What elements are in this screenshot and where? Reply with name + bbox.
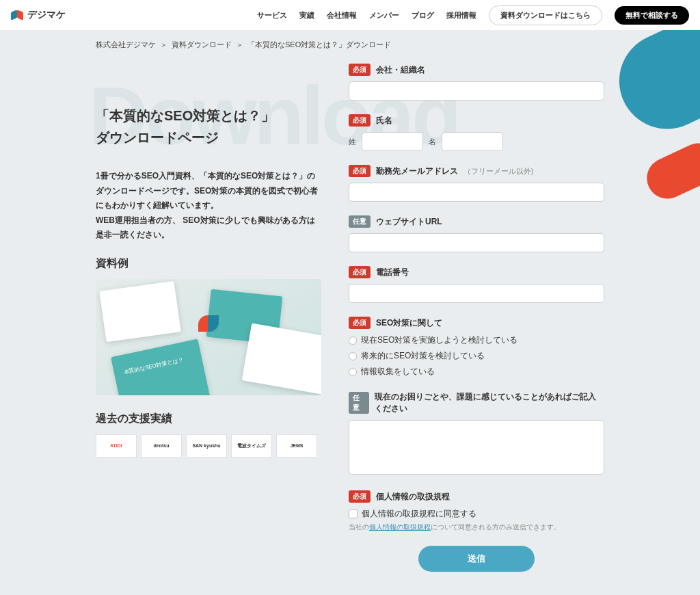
brand-logo[interactable]: デジマケ (11, 9, 66, 21)
logo-jems: JEMS (276, 434, 317, 458)
seo-option-1[interactable]: 現在SEO対策を実施しようと検討している (349, 334, 604, 346)
seo-option-2-label: 将来的にSEO対策を検討している (361, 350, 485, 362)
cta-consult-button[interactable]: 無料で相談する (615, 6, 689, 25)
group-company: 必須 会社・組織名 (349, 64, 604, 101)
nav-works[interactable]: 実績 (299, 10, 314, 21)
label-issue: 現在のお困りごとや、課題に感じていることがあればご記入ください (375, 391, 604, 414)
label-privacy: 個人情報の取扱規程 (376, 491, 450, 503)
bc-home[interactable]: 株式会社デジマケ (96, 40, 156, 50)
left-column: 「本質的なSEO対策とは？」 ダウンロードページ 1冊で分かるSEO入門資料、「… (96, 64, 321, 572)
label-seo: SEO対策に関して (376, 317, 442, 329)
client-logos: KDDI dentsu SAN kyushu 電波タイムズ JEMS (96, 434, 321, 458)
submit-button[interactable]: 送信 (418, 546, 535, 572)
group-issue: 任意 現在のお困りごとや、課題に感じていることがあればご記入ください (349, 391, 604, 477)
logo-denpa: 電波タイムズ (231, 434, 272, 458)
privacy-link[interactable]: 個人情報の取扱規程 (369, 523, 431, 531)
nav-company[interactable]: 会社情報 (327, 10, 357, 21)
optional-badge: 任意 (349, 392, 369, 414)
label-sei: 姓 (349, 137, 356, 147)
logo-kddi: KDDI (96, 434, 137, 458)
page-description: 1冊で分かるSEO入門資料、「本質的なSEO対策とは？」のダウンロードページです… (96, 169, 321, 243)
radio-icon (349, 352, 357, 360)
bc-downloads[interactable]: 資料ダウンロード (172, 40, 232, 50)
sample-image (96, 279, 321, 395)
logo-dentsu: dentsu (141, 434, 182, 458)
breadcrumb: 株式会社デジマケ ＞ 資料ダウンロード ＞ 「本質的なSEO対策とは？」ダウンロ… (0, 30, 700, 50)
subhead-sample: 資料例 (96, 256, 321, 271)
group-phone: 必須 電話番号 (349, 266, 604, 303)
required-badge: 必須 (349, 266, 371, 278)
required-badge: 必須 (349, 64, 371, 76)
logo-san: SAN kyushu (186, 434, 227, 458)
nav-members[interactable]: メンバー (369, 10, 399, 21)
fine-pre: 当社の (349, 523, 369, 531)
required-badge: 必須 (349, 165, 371, 177)
phone-input[interactable] (349, 284, 604, 303)
group-name: 必須 氏名 姓 名 (349, 114, 604, 151)
hint-email: （フリーメール以外) (463, 166, 534, 176)
seo-option-1-label: 現在SEO対策を実施しようと検討している (361, 334, 517, 346)
title-line1: 「本質的なSEO対策とは？」 (96, 108, 275, 123)
form-column: 必須 会社・組織名 必須 氏名 姓 名 必須 勤務先メールアドレス （フリーメー… (349, 64, 604, 572)
subhead-clients: 過去の支援実績 (96, 412, 321, 426)
main-nav: サービス 実績 会社情報 メンバー ブログ 採用情報 資料ダウンロードはこちら … (257, 5, 689, 25)
optional-badge: 任意 (349, 215, 371, 228)
seo-option-2[interactable]: 将来的にSEO対策を検討している (349, 350, 604, 362)
required-badge: 必須 (349, 317, 371, 329)
page-title: 「本質的なSEO対策とは？」 ダウンロードページ (96, 105, 321, 148)
radio-icon (349, 368, 357, 376)
privacy-fineprint: 当社の個人情報の取扱規程について同意される方のみ送信できます。 (349, 523, 604, 532)
privacy-checkbox-row[interactable]: 個人情報の取扱規程に同意する (349, 508, 604, 520)
site-header: デジマケ サービス 実績 会社情報 メンバー ブログ 採用情報 資料ダウンロード… (0, 0, 700, 30)
label-company: 会社・組織名 (376, 64, 425, 76)
privacy-check-label: 個人情報の取扱規程に同意する (362, 508, 476, 520)
bc-current: 「本質的なSEO対策とは？」ダウンロード (247, 40, 391, 50)
required-badge: 必須 (349, 490, 371, 503)
issue-textarea[interactable] (349, 420, 604, 475)
seo-option-3-label: 情報収集をしている (361, 366, 435, 378)
nav-blog[interactable]: ブログ (412, 10, 434, 21)
label-email: 勤務先メールアドレス (376, 166, 458, 177)
brand-logo-icon (11, 9, 23, 21)
label-mei: 名 (429, 137, 436, 147)
group-email: 必須 勤務先メールアドレス （フリーメール以外) (349, 165, 604, 202)
nav-recruit[interactable]: 採用情報 (446, 10, 476, 21)
label-name: 氏名 (376, 115, 392, 127)
required-badge: 必須 (349, 114, 371, 127)
website-input[interactable] (349, 233, 604, 252)
group-website: 任意 ウェブサイトURL (349, 215, 604, 252)
group-privacy: 必須 個人情報の取扱規程 個人情報の取扱規程に同意する 当社の個人情報の取扱規程… (349, 490, 604, 532)
seo-option-3[interactable]: 情報収集をしている (349, 366, 604, 378)
bc-sep: ＞ (160, 40, 167, 50)
label-phone: 電話番号 (376, 267, 409, 278)
label-website: ウェブサイトURL (376, 216, 442, 228)
email-input[interactable] (349, 183, 604, 202)
title-line2: ダウンロードページ (96, 130, 219, 145)
group-seo: 必須 SEO対策に関して 現在SEO対策を実施しようと検討している 将来的にSE… (349, 317, 604, 378)
checkbox-icon (349, 510, 358, 518)
bc-sep: ＞ (236, 40, 243, 50)
nav-service[interactable]: サービス (257, 10, 287, 21)
company-input[interactable] (349, 81, 604, 101)
cta-download-button[interactable]: 資料ダウンロードはこちら (489, 5, 602, 25)
lastname-input[interactable] (362, 132, 423, 151)
firstname-input[interactable] (442, 132, 503, 151)
radio-icon (349, 336, 357, 345)
brand-name: デジマケ (27, 9, 66, 21)
fine-post: について同意される方のみ送信できます。 (431, 523, 561, 531)
